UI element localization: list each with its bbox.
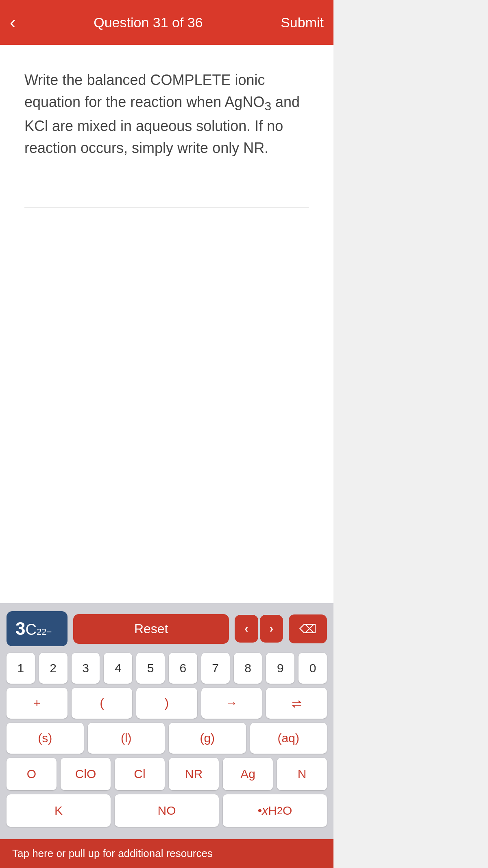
key-7[interactable]: 7 bbox=[201, 653, 230, 684]
key-solid[interactable]: (s) bbox=[7, 723, 84, 754]
cursor-left-button[interactable]: ‹ bbox=[235, 615, 258, 643]
answer-area[interactable] bbox=[24, 184, 309, 208]
key-Cl[interactable]: Cl bbox=[115, 758, 165, 790]
keyboard-area: 3 C 2 2− Reset ‹ › ⌫ 1 2 3 4 5 6 7 8 9 0… bbox=[0, 603, 333, 839]
question-progress: Question 31 of 36 bbox=[94, 15, 203, 31]
formula-coefficient: 3 bbox=[15, 619, 25, 639]
key-N[interactable]: N bbox=[277, 758, 327, 790]
keyboard-top-row: 3 C 2 2− Reset ‹ › ⌫ bbox=[7, 611, 327, 646]
formula-display: 3 C 2 2− bbox=[7, 611, 68, 646]
key-arrow[interactable]: → bbox=[201, 688, 262, 719]
key-1[interactable]: 1 bbox=[7, 653, 35, 684]
key-2[interactable]: 2 bbox=[39, 653, 68, 684]
key-water[interactable]: • x H2O bbox=[223, 794, 327, 827]
state-row: (s) (l) (g) (aq) bbox=[7, 723, 327, 754]
key-close-paren[interactable]: ) bbox=[136, 688, 197, 719]
formula-subscript: 2 bbox=[37, 627, 41, 637]
key-9[interactable]: 9 bbox=[266, 653, 294, 684]
footer[interactable]: Tap here or pull up for additional resou… bbox=[0, 839, 333, 868]
key-0[interactable]: 0 bbox=[298, 653, 327, 684]
element-row-2: K NO • x H2O bbox=[7, 794, 327, 827]
key-4[interactable]: 4 bbox=[104, 653, 132, 684]
cursor-right-button[interactable]: › bbox=[260, 615, 283, 643]
key-ClO[interactable]: ClO bbox=[61, 758, 111, 790]
key-6[interactable]: 6 bbox=[169, 653, 197, 684]
key-gas[interactable]: (g) bbox=[169, 723, 246, 754]
key-5[interactable]: 5 bbox=[136, 653, 165, 684]
key-equilibrium[interactable]: ⇌ bbox=[266, 688, 327, 719]
key-NO[interactable]: NO bbox=[115, 794, 219, 827]
formula-superscript: 2− bbox=[41, 627, 52, 637]
submit-button[interactable]: Submit bbox=[281, 15, 324, 31]
key-3[interactable]: 3 bbox=[72, 653, 100, 684]
operator-row: + ( ) → ⇌ bbox=[7, 688, 327, 719]
key-K[interactable]: K bbox=[7, 794, 111, 827]
key-O[interactable]: O bbox=[7, 758, 57, 790]
key-plus[interactable]: + bbox=[7, 688, 68, 719]
key-NR[interactable]: NR bbox=[169, 758, 219, 790]
key-open-paren[interactable]: ( bbox=[72, 688, 133, 719]
key-liquid[interactable]: (l) bbox=[88, 723, 165, 754]
footer-text: Tap here or pull up for additional resou… bbox=[12, 847, 213, 859]
main-content: Write the balanced COMPLETE ionic equati… bbox=[0, 45, 333, 603]
number-row: 1 2 3 4 5 6 7 8 9 0 bbox=[7, 653, 327, 684]
nav-arrows: ‹ › bbox=[235, 615, 283, 643]
reset-button[interactable]: Reset bbox=[73, 614, 229, 644]
question-text: Write the balanced COMPLETE ionic equati… bbox=[24, 69, 309, 159]
element-row-1: O ClO Cl NR Ag N bbox=[7, 758, 327, 790]
back-button[interactable]: ‹ bbox=[10, 13, 16, 31]
formula-element: C bbox=[25, 621, 36, 638]
key-8[interactable]: 8 bbox=[234, 653, 262, 684]
key-aqueous[interactable]: (aq) bbox=[250, 723, 327, 754]
header: ‹ Question 31 of 36 Submit bbox=[0, 0, 333, 45]
backspace-button[interactable]: ⌫ bbox=[289, 614, 327, 643]
key-Ag[interactable]: Ag bbox=[223, 758, 273, 790]
